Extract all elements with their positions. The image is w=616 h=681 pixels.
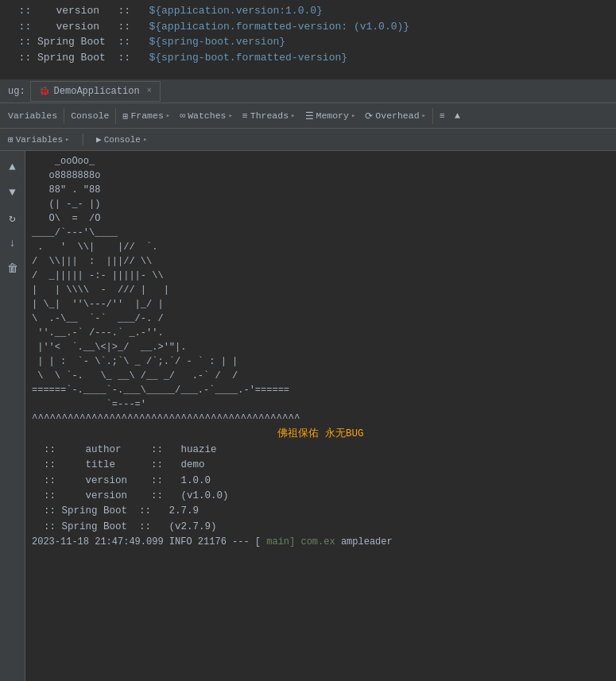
code-line-3: :: Spring Boot :: ${spring-boot.version}	[6, 34, 610, 50]
var-app-version: ${application.version:1.0.0}	[149, 5, 322, 17]
toolbar-right-group: ⊞ Frames ▸ ∞ Watches ▸ ≡ Threads ▸ ☰ Mem…	[118, 103, 464, 128]
log-end: ampleader	[341, 536, 393, 548]
frames-arrow: ▸	[166, 111, 170, 120]
code-line-1: :: version :: ${application.version:1.0.…	[6, 3, 610, 19]
up-arrow-icon[interactable]: ▲	[3, 157, 22, 176]
var-spring-boot-formatted-version: ${spring-boot.formatted-version}	[149, 52, 347, 64]
delete-icon[interactable]: 🗑	[3, 259, 22, 278]
variables-sec-icon: ⊞	[8, 134, 14, 145]
separator-sec: |	[79, 133, 87, 147]
info-version: :: version :: 1.0.0	[32, 474, 610, 489]
secondary-toolbar: ⊞ Variables ▸ | ▶ Console ▸	[0, 129, 616, 151]
console-btn[interactable]: Console	[66, 103, 114, 128]
toolbar-left-group: Variables Console	[3, 103, 118, 128]
console-output: _ooOoo_ o8888888o 88" . "88 (| -_- |) O\…	[25, 151, 616, 681]
memory-arrow: ▸	[351, 111, 355, 120]
memory-label: Memory	[316, 110, 349, 121]
overhead-arrow: ▸	[422, 111, 426, 120]
menu-btn[interactable]: ≡	[435, 103, 450, 128]
info-version-formatted: :: version :: (v1.0.0)	[32, 489, 610, 504]
info-author: :: author :: huazie	[32, 443, 610, 458]
threads-arrow: ▸	[291, 111, 295, 120]
debug-tab-bar: ug: 🐞 DemoApplication ×	[0, 79, 616, 103]
variables-btn[interactable]: Variables	[3, 103, 62, 128]
console-sec-icon: ▶	[96, 134, 102, 145]
memory-btn[interactable]: ☰ Memory ▸	[300, 103, 361, 128]
threads-icon: ≡	[242, 110, 248, 121]
watches-label: Watches	[188, 110, 226, 121]
variables-sec-label: Variables	[16, 135, 63, 145]
info-title: :: title :: demo	[32, 458, 610, 473]
buddha-line1: ^^^^^^^^^^^^^^^^^^^^^^^^^^^^^^^^^^^^^^^^…	[32, 412, 610, 427]
frames-label: Frames	[130, 110, 163, 121]
console-sec-arrow: ▸	[143, 135, 147, 144]
separator-1	[64, 108, 64, 124]
watches-arrow: ▸	[228, 111, 232, 120]
down-arrow-icon[interactable]: ▼	[3, 183, 22, 202]
overhead-icon: ⟳	[365, 110, 373, 122]
expand-btn[interactable]: ▲	[450, 103, 465, 128]
memory-icon: ☰	[305, 110, 314, 122]
overhead-btn[interactable]: ⟳ Overhead ▸	[360, 103, 431, 128]
chevron-up-icon: ▲	[455, 110, 460, 121]
var-app-formatted-version: ${application.formatted-version: (v1.0.0…	[149, 21, 409, 33]
watches-btn[interactable]: ∞ Watches ▸	[175, 103, 238, 128]
debug-label: ug:	[3, 86, 30, 97]
tab-close-btn[interactable]: ×	[147, 87, 152, 95]
log-main-label: main] com.ex	[266, 536, 335, 548]
info-spring-boot: :: Spring Boot :: 2.7.9	[32, 504, 610, 519]
overhead-label: Overhead	[375, 110, 419, 121]
console-sec-label: Console	[104, 135, 141, 145]
log-timestamp: 2023-11-18 21:47:49.099 INFO 21176 --- [	[32, 536, 261, 548]
download-icon[interactable]: ↓	[3, 234, 22, 253]
main-area: ▲ ▼ ↻ ↓ 🗑 _ooOoo_ o8888888o 88" . "88 (|…	[0, 151, 616, 681]
top-code-area: :: version :: ${application.version:1.0.…	[0, 0, 616, 79]
code-line-4: :: Spring Boot :: ${spring-boot.formatte…	[6, 50, 610, 66]
tab-name: DemoApplication	[54, 86, 140, 97]
frames-icon: ⊞	[122, 110, 128, 122]
separator-2	[115, 108, 116, 124]
info-spring-boot-formatted: :: Spring Boot :: (v2.7.9)	[32, 520, 610, 535]
frames-btn[interactable]: ⊞ Frames ▸	[118, 103, 175, 128]
console-sec-btn[interactable]: ▶ Console ▸	[91, 133, 152, 146]
log-line-bottom: 2023-11-18 21:47:49.099 INFO 21176 --- […	[32, 535, 610, 550]
variables-label: Variables	[8, 110, 57, 121]
sidebar: ▲ ▼ ↻ ↓ 🗑	[0, 151, 25, 681]
var-spring-boot-version: ${spring-boot.version}	[149, 36, 285, 48]
threads-btn[interactable]: ≡ Threads ▸	[238, 103, 300, 128]
threads-label: Threads	[250, 110, 289, 121]
demo-application-tab[interactable]: 🐞 DemoApplication ×	[30, 81, 161, 102]
separator-3	[432, 108, 433, 124]
variables-sec-btn[interactable]: ⊞ Variables ▸	[3, 133, 74, 146]
buddha-blessing: 佛祖保佑 永无BUG	[32, 427, 610, 442]
menu-icon: ≡	[440, 110, 445, 121]
refresh-icon[interactable]: ↻	[3, 208, 22, 227]
debug-icon: 🐞	[39, 86, 50, 96]
console-label: Console	[71, 110, 109, 121]
toolbar: Variables Console ⊞ Frames ▸ ∞ Watches ▸…	[0, 103, 616, 129]
variables-sec-arrow: ▸	[65, 135, 69, 144]
code-line-2: :: version :: ${application.formatted-ve…	[6, 19, 610, 35]
ascii-art-block: _ooOoo_ o8888888o 88" . "88 (| -_- |) O\…	[32, 154, 610, 412]
watches-icon: ∞	[180, 110, 185, 121]
